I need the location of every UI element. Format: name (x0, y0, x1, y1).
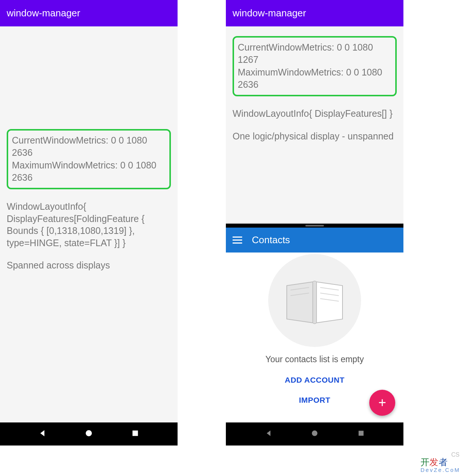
contacts-title: Contacts (252, 234, 290, 246)
android-navbar-left (0, 422, 178, 446)
empty-state-illustration (226, 253, 403, 347)
brand-char-1: 开 (421, 457, 430, 467)
back-icon[interactable] (265, 430, 272, 438)
book-icon (268, 254, 361, 347)
overview-icon[interactable] (131, 429, 139, 439)
back-icon[interactable] (38, 429, 46, 439)
metrics-box-left: CurrentWindowMetrics: 0 0 1080 2636 Maxi… (7, 129, 171, 189)
phone-right: window-manager CurrentWindowMetrics: 0 0… (226, 0, 403, 446)
plus-icon: + (378, 395, 386, 411)
metrics-box-right: CurrentWindowMetrics: 0 0 1080 1267 Maxi… (233, 36, 397, 96)
spacer (7, 32, 171, 129)
svg-rect-8 (358, 431, 363, 435)
fab-add-contact[interactable]: + (369, 390, 395, 416)
svg-point-0 (86, 430, 92, 437)
contacts-appbar: Contacts (226, 228, 403, 253)
maximum-window-metrics: MaximumWindowMetrics: 0 0 1080 2636 (238, 66, 392, 90)
add-account-button[interactable]: ADD ACCOUNT (226, 376, 403, 385)
home-icon[interactable] (311, 430, 318, 438)
spacer (233, 32, 397, 36)
brand-char-3: 者 (439, 457, 448, 467)
app-title: window-manager (233, 7, 306, 19)
empty-contacts-message: Your contacts list is empty (226, 354, 403, 364)
watermark-brand: 开发者 DevZe.CoM (421, 456, 460, 473)
svg-point-7 (312, 431, 318, 436)
hamburger-icon[interactable] (233, 237, 242, 244)
android-navbar-right (226, 422, 403, 446)
current-window-metrics: CurrentWindowMetrics: 0 0 1080 1267 (238, 41, 392, 65)
phone-left: window-manager CurrentWindowMetrics: 0 0… (0, 0, 178, 446)
overview-icon[interactable] (357, 430, 365, 438)
window-layout-info: WindowLayoutInfo{ DisplayFeatures[] } (233, 107, 397, 120)
span-state: Spanned across displays (7, 259, 171, 271)
appbar-left: window-manager (0, 0, 178, 26)
content-left: CurrentWindowMetrics: 0 0 1080 2636 Maxi… (0, 26, 178, 422)
maximum-window-metrics: MaximumWindowMetrics: 0 0 1080 2636 (12, 159, 166, 183)
app-title: window-manager (7, 7, 80, 19)
window-layout-info: WindowLayoutInfo{ DisplayFeatures[Foldin… (7, 200, 171, 249)
contacts-window: Contacts Your contacts list i (226, 223, 403, 446)
span-state: One logic/physical display - unspanned (233, 130, 397, 142)
svg-rect-1 (133, 431, 138, 436)
brand-char-2: 发 (429, 457, 439, 467)
brand-url: DevZe.CoM (421, 467, 460, 473)
split-handle-bar[interactable] (226, 224, 403, 228)
appbar-right: window-manager (226, 0, 403, 26)
current-window-metrics: CurrentWindowMetrics: 0 0 1080 2636 (12, 134, 166, 158)
content-right: CurrentWindowMetrics: 0 0 1080 1267 Maxi… (226, 26, 403, 223)
home-icon[interactable] (85, 429, 93, 439)
split-handle-icon (305, 225, 324, 226)
